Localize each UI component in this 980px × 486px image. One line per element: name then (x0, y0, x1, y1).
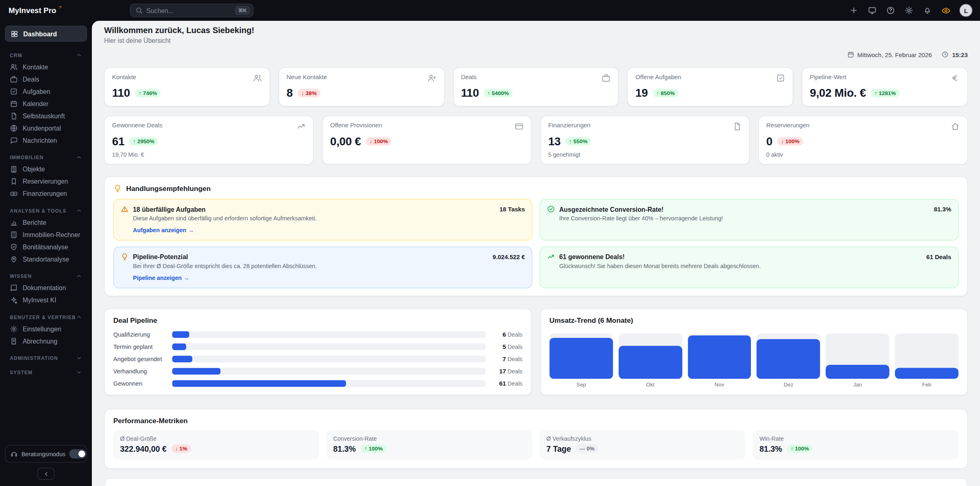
credit-card-icon (514, 122, 524, 131)
current-date: Mittwoch, 25. Februar 2026 (858, 51, 932, 58)
sidebar-item-selbstauskunft[interactable]: Selbstauskunft (5, 110, 87, 122)
delta-badge: ↑ 100% (361, 444, 386, 453)
sparkle-icon (10, 296, 18, 304)
stat-card-kontakte: Kontakte110↑ 746% (104, 67, 270, 107)
advisor-mode-toggle[interactable] (69, 449, 86, 459)
book-icon (10, 284, 18, 292)
sidebar-section-wissen[interactable]: WISSEN (5, 273, 87, 279)
grid-icon (11, 30, 19, 38)
check-square-icon (10, 87, 18, 95)
metric-value-row: 81.3%↑ 100% (760, 444, 952, 453)
pipeline-stage-label: Termin geplant (114, 343, 166, 350)
trend-column-nov: Nov (688, 333, 751, 387)
clock-icon (942, 51, 949, 58)
rec-head: Ausgezeichnete Conversion-Rate!81.3% (547, 205, 951, 213)
sidebar-item-kundenportal[interactable]: Kundenportal (5, 122, 87, 134)
pipeline-row-termin-geplant: Termin geplant5 Deals (114, 343, 523, 350)
sidebar-section-analysen-tools[interactable]: ANALYSEN & TOOLS (5, 208, 87, 214)
stat-value-row: 0↓ 100% (766, 135, 960, 148)
recommendation-61-gewonnene-deals: 61 gewonnene Deals!61 DealsGlückwunsch! … (540, 246, 959, 288)
app-shell: Dashboard CRMKontakteDealsAufgabenKalend… (0, 21, 980, 486)
sidebar-item-label: Abrechnung (23, 337, 58, 345)
stat-top: Reservierungen (766, 122, 960, 131)
sidebar-item-kontakte[interactable]: Kontakte (5, 61, 87, 73)
stats-row-2: Gewonnene Deals61↑ 2950%19,70 Mio. €Offe… (104, 116, 968, 165)
sidebar-item-nachrichten[interactable]: Nachrichten (5, 134, 87, 146)
add-button[interactable] (847, 4, 861, 17)
advisor-mode-label: Beratungsmodus (22, 450, 66, 457)
sidebar-item-reservierungen[interactable]: Reservierungen (5, 175, 87, 187)
brand-mark-icon (58, 5, 62, 10)
sidebar-item-berichte[interactable]: Berichte (5, 216, 87, 229)
pipeline-bar-track (172, 331, 486, 338)
stat-top: Offene Provisionen (330, 122, 524, 131)
sidebar-item-deals[interactable]: Deals (5, 73, 87, 85)
sidebar-item-dokumentation[interactable]: Dokumentation (5, 282, 87, 294)
notifications-button[interactable] (921, 4, 934, 17)
recommendation-pipeline-potenzial: Pipeline-Potenzial9.024.522 €Bei Ihrer Ø… (114, 246, 532, 288)
recommendations-panel: Handlungsempfehlungen 18 überfällige Auf… (104, 176, 968, 296)
pipeline-bar (172, 331, 189, 338)
stat-card-offene-provisionen: Offene Provisionen0,00 €↓ 100% (322, 116, 532, 165)
sidebar-item-standortanalyse[interactable]: Standortanalyse (5, 253, 87, 265)
sidebar-section-benutzer-vertrieb[interactable]: BENUTZER & VERTRIEB (5, 314, 87, 320)
arrow-right-icon: → (188, 226, 194, 233)
sidebar-item-objekte[interactable]: Objekte (5, 163, 87, 175)
sidebar-item-einstellungen[interactable]: Einstellungen (5, 323, 87, 335)
display-button[interactable] (866, 4, 879, 17)
chevron-left-icon (42, 470, 49, 477)
trend-bar (826, 365, 889, 379)
sidebar-item-kalender[interactable]: Kalender (5, 98, 87, 110)
sidebar-item-aufgaben[interactable]: Aufgaben (5, 85, 87, 98)
brand-logo[interactable]: MyInvest Pro (9, 6, 91, 15)
chevron-up-icon (76, 273, 82, 279)
sidebar-item-myinvest-ki[interactable]: MyInvest KI (5, 294, 87, 306)
sidebar-section-administration[interactable]: ADMINISTRATION (5, 355, 87, 361)
recommendation-18-ueberfaellige-aufgaben: 18 überfällige Aufgaben18 TasksDiese Auf… (114, 199, 532, 241)
sidebar-item-immobilien-rechner[interactable]: Immobilien-Rechner (5, 229, 87, 241)
trend-bar (619, 346, 682, 379)
sidebar-item-abrechnung[interactable]: Abrechnung (5, 335, 87, 347)
chevron-up-icon (76, 154, 82, 160)
rec-title: Pipeline-Potenzial (133, 253, 488, 260)
search-box[interactable]: ⌘K (130, 4, 254, 17)
sidebar-item-finanzierungen[interactable]: Finanzierungen (5, 187, 87, 200)
rec-head: 18 überfällige Aufgaben18 Tasks (121, 205, 525, 213)
search-input[interactable] (147, 7, 232, 14)
sidebar-item-dashboard[interactable]: Dashboard (5, 26, 87, 42)
delta-badge: ↑ 2950% (129, 137, 158, 146)
bookmark-icon (10, 177, 18, 185)
rec-head: 61 gewonnene Deals!61 Deals (547, 253, 951, 261)
sidebar-item-bonitaetsanalyse[interactable]: Bonitätsanalyse (5, 241, 87, 253)
gear-icon (10, 325, 18, 333)
user-avatar[interactable]: L (959, 4, 973, 17)
rec-value: 9.024.522 € (492, 253, 525, 260)
metric-value: 322.940,00 € (120, 444, 167, 453)
euro-icon (951, 73, 960, 83)
rec-link-pipeline-anzeigen[interactable]: Pipeline anzeigen → (133, 274, 189, 281)
sidebar-collapse-button[interactable] (38, 468, 55, 480)
sidebar-section-system[interactable]: SYSTEM (5, 369, 87, 375)
trend-month-label: Sep (577, 381, 586, 387)
settings-button[interactable] (902, 4, 916, 17)
sidebar-section-immobilien[interactable]: IMMOBILIEN (5, 154, 87, 160)
pipeline-stage-label: Gewonnen (114, 380, 166, 387)
trend-month-label: Nov (715, 381, 724, 387)
sidebar-section-label: ANALYSEN & TOOLS (10, 208, 67, 213)
view-mode-button[interactable] (939, 4, 953, 17)
rec-link-aufgaben-anzeigen[interactable]: Aufgaben anzeigen → (133, 226, 194, 233)
pipeline-row-gewonnen: Gewonnen61 Deals (114, 380, 523, 387)
trend-bar-track (895, 333, 959, 379)
users-icon (253, 73, 262, 83)
current-time: 15:23 (952, 51, 968, 58)
help-button[interactable] (884, 4, 898, 17)
users-icon (10, 63, 18, 71)
rec-description: Ihre Conversion-Rate liegt über 40% – he… (559, 215, 951, 223)
check-circle-icon (547, 205, 555, 213)
pipeline-bar (172, 380, 346, 387)
stat-value-row: 13↑ 550% (548, 135, 742, 148)
sidebar-item-label: Objekte (23, 165, 45, 173)
sidebar-section-crm[interactable]: CRM (5, 52, 87, 58)
stat-card-reservierungen: Reservierungen0↓ 100%0 aktiv (758, 116, 968, 165)
stat-label: Reservierungen (766, 122, 810, 129)
